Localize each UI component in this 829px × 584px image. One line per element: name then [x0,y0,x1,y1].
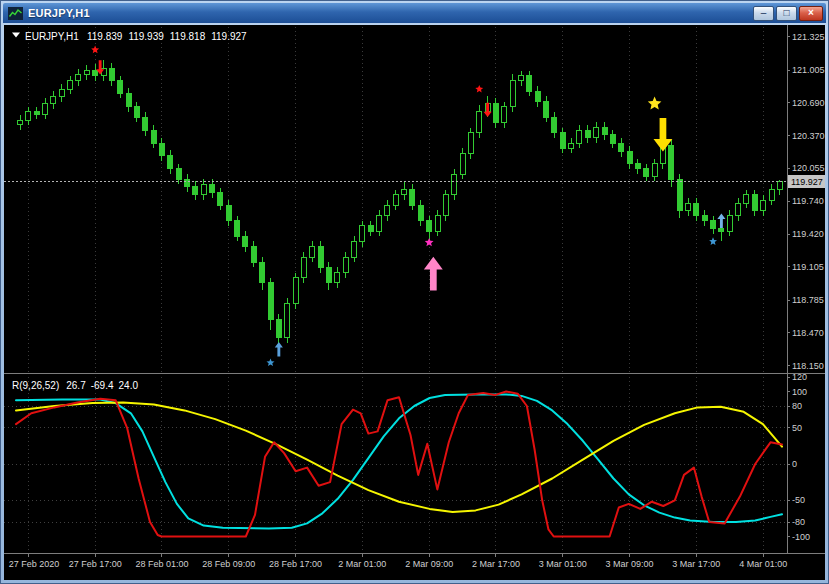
candle-body [644,169,649,176]
symbol-dropdown-icon[interactable] [12,33,20,38]
indicator-value-3: 24.0 [119,380,139,391]
candle-body [443,195,448,216]
candle-body [159,143,164,155]
candle-body [677,179,682,210]
time-label: 4 Mar 01:00 [739,559,787,569]
indicator-tick-label: 50 [792,423,802,433]
price-tick-label: 120.370 [792,131,825,141]
candle-body [686,203,691,210]
buy-arrow-1 [275,342,283,356]
price-tick-label: 121.005 [792,65,825,75]
candle-body [326,267,331,283]
signal-markers [91,46,725,367]
candle-body [193,187,198,195]
maximize-button[interactable]: □ [776,6,797,21]
buy-big-arrow [424,257,443,291]
close-button[interactable]: × [799,6,823,21]
time-axis[interactable]: 27 Feb 202027 Feb 17:0028 Feb 01:0028 Fe… [9,553,787,569]
candle-body [68,81,73,89]
candle-body [343,257,348,273]
candle-body [143,117,148,130]
time-label: 3 Mar 09:00 [606,559,654,569]
header-low: 119.818 [170,31,206,42]
candle-body [385,205,390,215]
candle-body [360,226,365,242]
candle-body [427,221,432,231]
indicator-tick-label: 120 [792,372,807,382]
candle-body [569,143,574,148]
candle-body [410,190,415,206]
chart-window: EURJPY,H1 – □ × 121.325121.005120.690120… [0,0,829,584]
candle-body [18,120,23,124]
candle-body [134,107,139,117]
indicator-tick-label: -50 [792,495,805,505]
title-bar[interactable]: EURJPY,H1 – □ × [3,3,826,23]
grid [4,27,787,553]
time-label: 28 Feb 01:00 [135,559,188,569]
time-label: 3 Mar 17:00 [672,559,720,569]
current-price-label: 119.927 [791,177,823,187]
candle-body [761,200,766,210]
indicator-tick-label: 100 [792,387,807,397]
candle-body [26,112,31,120]
window-title: EURJPY,H1 [28,7,90,19]
candle-body [93,71,98,76]
price-axis[interactable]: 121.325121.005120.690120.370120.055119.7… [787,32,825,542]
buy-star-1 [267,359,275,367]
candle-body [502,107,507,123]
price-tick-label: 119.740 [792,196,824,206]
minimize-icon: – [761,8,767,18]
candle-body [218,193,223,205]
candle-body [702,216,707,221]
candle-body [235,221,240,237]
candle-body [59,89,64,96]
price-tick-label: 118.785 [792,295,824,305]
candle-body [109,68,114,80]
candle-body [602,128,607,135]
candle-body [594,128,599,138]
window-controls: – □ × [753,6,823,21]
time-label: 3 Mar 01:00 [539,559,587,569]
candle-body [635,164,640,169]
minimize-button[interactable]: – [753,6,774,21]
candle-body [293,278,298,304]
candle-body [752,195,757,211]
candle-body [560,133,565,149]
indicator-value-1: 26.7 [66,380,86,391]
candle-body [34,112,39,114]
price-tick-label: 119.420 [792,229,824,239]
header-open: 119.839 [87,31,123,42]
candle-body [243,236,248,246]
chart-area[interactable]: 121.325121.005120.690120.370120.055119.7… [4,25,825,580]
candle-body [418,205,423,221]
indicator-value-2: -69.4 [91,380,114,391]
price-tick-label: 118.470 [792,328,824,338]
indicator-tick-label: 0 [792,459,797,469]
indicator-tick-label: -80 [792,517,805,527]
candle-body [736,203,741,215]
candle-body [268,283,273,319]
indicator-name: R(9,26,52) [12,380,59,391]
header-symbol: EURJPY,H1 [25,31,79,42]
price-tick-label: 121.325 [792,32,825,42]
candle-body [577,131,582,143]
time-label: 27 Feb 2020 [9,559,60,569]
time-label: 2 Mar 17:00 [472,559,520,569]
candle-body [493,104,498,123]
candle-body [393,195,398,205]
candle-body [251,247,256,263]
candle-body [276,319,281,338]
price-tick-label: 120.055 [792,163,825,173]
candle-body [519,76,524,81]
candle-body [51,96,56,103]
ohlc-header: EURJPY,H1119.839119.939119.818119.927 [25,31,247,42]
candle-body [151,131,156,143]
candle-body [168,155,173,168]
indicator-tick-label: -100 [792,532,810,542]
chart-canvas[interactable]: 121.325121.005120.690120.370120.055119.7… [4,25,825,580]
buy-star-2 [425,238,434,246]
candle-body [452,174,457,195]
candle-body [176,169,181,179]
time-label: 2 Mar 01:00 [338,559,386,569]
candle-body [435,216,440,232]
